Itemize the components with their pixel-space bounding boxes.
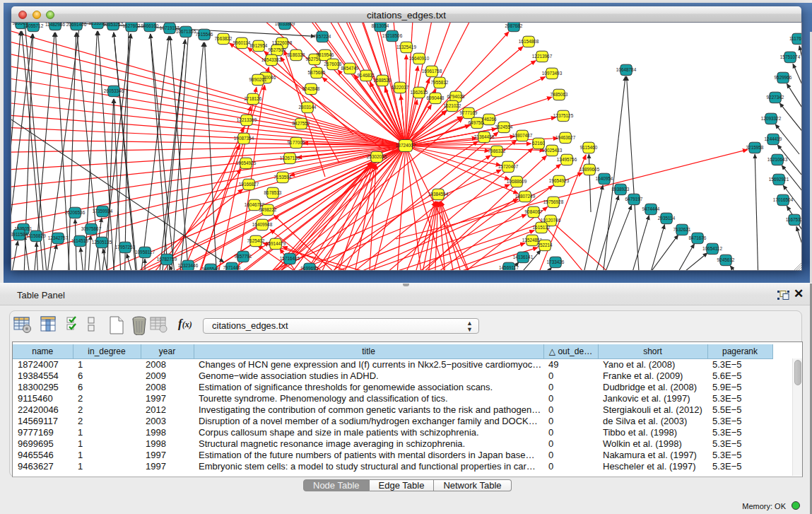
svg-text:7663822: 7663822 bbox=[215, 36, 233, 41]
svg-text:8678533: 8678533 bbox=[264, 190, 282, 195]
svg-text:19654925: 19654925 bbox=[236, 160, 257, 165]
svg-text:19756928: 19756928 bbox=[543, 199, 564, 204]
svg-text:9465546: 9465546 bbox=[202, 267, 220, 270]
svg-text:9960114: 9960114 bbox=[233, 40, 251, 45]
svg-text:11156829: 11156829 bbox=[26, 233, 46, 238]
svg-text:16543382: 16543382 bbox=[261, 57, 282, 62]
svg-text:9177006: 9177006 bbox=[288, 140, 305, 145]
svg-text:10654112: 10654112 bbox=[702, 246, 722, 251]
svg-text:12505135: 12505135 bbox=[92, 240, 112, 245]
svg-text:9115460: 9115460 bbox=[580, 145, 598, 150]
svg-text:7515546: 7515546 bbox=[196, 32, 213, 37]
svg-text:25302035: 25302035 bbox=[367, 154, 387, 159]
svg-text:2676008: 2676008 bbox=[324, 62, 342, 66]
svg-text:15720407: 15720407 bbox=[498, 164, 519, 169]
svg-text:5875685: 5875685 bbox=[308, 70, 326, 75]
svg-text:14136141: 14136141 bbox=[513, 255, 534, 259]
svg-text:1167533: 1167533 bbox=[786, 217, 801, 222]
svg-text:17359934: 17359934 bbox=[93, 209, 113, 214]
svg-text:30975867: 30975867 bbox=[81, 226, 102, 231]
svg-text:8427552: 8427552 bbox=[293, 121, 310, 126]
svg-text:12093322: 12093322 bbox=[761, 116, 782, 121]
svg-text:10807487: 10807487 bbox=[512, 133, 533, 138]
svg-text:16782759: 16782759 bbox=[157, 257, 177, 262]
svg-text:9227342: 9227342 bbox=[767, 95, 784, 100]
svg-text:15716485: 15716485 bbox=[280, 256, 300, 261]
svg-text:18724007: 18724007 bbox=[396, 143, 416, 148]
svg-text:8186328: 8186328 bbox=[288, 52, 305, 57]
svg-text:9857791: 9857791 bbox=[235, 254, 252, 259]
svg-text:3498222: 3498222 bbox=[259, 207, 277, 212]
svg-text:1733426: 1733426 bbox=[547, 259, 565, 264]
svg-text:1527602: 1527602 bbox=[123, 23, 141, 28]
svg-text:16033809: 16033809 bbox=[275, 23, 295, 26]
svg-text:16914479: 16914479 bbox=[266, 241, 286, 246]
svg-text:16154808: 16154808 bbox=[519, 39, 539, 44]
svg-text:14569117: 14569117 bbox=[499, 265, 519, 270]
svg-text:252214: 252214 bbox=[537, 243, 553, 247]
svg-text:11482986: 11482986 bbox=[45, 23, 65, 27]
svg-text:1244419: 1244419 bbox=[765, 136, 782, 141]
svg-text:9699695: 9699695 bbox=[301, 266, 319, 270]
svg-text:7986322: 7986322 bbox=[488, 148, 506, 153]
svg-text:9466160: 9466160 bbox=[141, 23, 159, 28]
svg-text:2935114: 2935114 bbox=[658, 216, 676, 221]
svg-text:9474444: 9474444 bbox=[642, 206, 660, 211]
svg-text:10671355: 10671355 bbox=[176, 29, 196, 34]
svg-text:10973493: 10973493 bbox=[542, 71, 563, 76]
svg-text:17016504: 17016504 bbox=[773, 197, 794, 202]
svg-text:16640910: 16640910 bbox=[409, 56, 430, 61]
svg-text:9777169: 9777169 bbox=[460, 110, 478, 115]
svg-text:6990448: 6990448 bbox=[427, 95, 445, 100]
svg-text:1640954: 1640954 bbox=[596, 176, 613, 181]
svg-text:9146821: 9146821 bbox=[358, 73, 375, 78]
svg-text:16409948: 16409948 bbox=[252, 222, 273, 227]
svg-text:19166827: 19166827 bbox=[239, 182, 259, 187]
svg-text:12323446: 12323446 bbox=[178, 263, 199, 268]
svg-text:7153594: 7153594 bbox=[274, 175, 292, 180]
svg-text:19384554: 19384554 bbox=[428, 192, 449, 197]
svg-text:16961758: 16961758 bbox=[422, 69, 442, 74]
svg-text:14055712: 14055712 bbox=[23, 23, 44, 28]
svg-text:7625402: 7625402 bbox=[247, 238, 265, 243]
svg-text:10025433: 10025433 bbox=[542, 148, 563, 153]
svg-text:2803144: 2803144 bbox=[299, 105, 317, 110]
svg-text:15692921: 15692921 bbox=[769, 177, 789, 182]
svg-text:9242848: 9242848 bbox=[302, 86, 320, 91]
svg-text:8912954: 8912954 bbox=[250, 43, 268, 48]
svg-text:9527500: 9527500 bbox=[269, 47, 286, 52]
svg-text:62160: 62160 bbox=[532, 141, 545, 146]
svg-text:18807249: 18807249 bbox=[515, 194, 536, 199]
svg-text:9890261: 9890261 bbox=[249, 77, 267, 82]
svg-text:6322037: 6322037 bbox=[392, 85, 409, 90]
svg-text:6794028: 6794028 bbox=[447, 94, 465, 99]
svg-text:8938923: 8938923 bbox=[612, 187, 630, 192]
svg-text:9084067: 9084067 bbox=[525, 209, 543, 214]
svg-text:1588520: 1588520 bbox=[374, 78, 392, 83]
svg-text:1114519: 1114519 bbox=[71, 238, 88, 243]
svg-text:1615132: 1615132 bbox=[533, 225, 551, 230]
svg-text:3215958: 3215958 bbox=[746, 145, 764, 150]
svg-text:19218506: 19218506 bbox=[382, 33, 403, 38]
svg-text:19087354: 19087354 bbox=[234, 136, 254, 141]
svg-text:19654923: 19654923 bbox=[549, 178, 570, 183]
svg-text:12342757: 12342757 bbox=[48, 235, 69, 240]
svg-text:16046788: 16046788 bbox=[245, 202, 265, 207]
svg-text:15751074: 15751074 bbox=[780, 54, 801, 59]
svg-text:11325419: 11325419 bbox=[396, 45, 416, 49]
svg-text:26053346: 26053346 bbox=[104, 88, 124, 93]
svg-text:2718126: 2718126 bbox=[245, 96, 262, 101]
svg-text:8813054: 8813054 bbox=[372, 23, 389, 28]
svg-text:1362615: 1362615 bbox=[411, 90, 428, 95]
svg-text:9245612: 9245612 bbox=[717, 257, 735, 262]
svg-text:12213967: 12213967 bbox=[532, 54, 553, 59]
svg-text:1117604: 1117604 bbox=[789, 36, 801, 41]
svg-text:13495756: 13495756 bbox=[557, 157, 577, 162]
svg-text:10899605: 10899605 bbox=[579, 167, 600, 172]
svg-text:9819546: 9819546 bbox=[317, 52, 334, 57]
svg-text:1621022: 1621022 bbox=[444, 103, 461, 108]
svg-text:19463627: 19463627 bbox=[555, 135, 576, 140]
svg-text:7955812: 7955812 bbox=[431, 80, 449, 85]
svg-text:8471676: 8471676 bbox=[689, 235, 707, 240]
svg-text:7971446: 7971446 bbox=[223, 265, 241, 270]
